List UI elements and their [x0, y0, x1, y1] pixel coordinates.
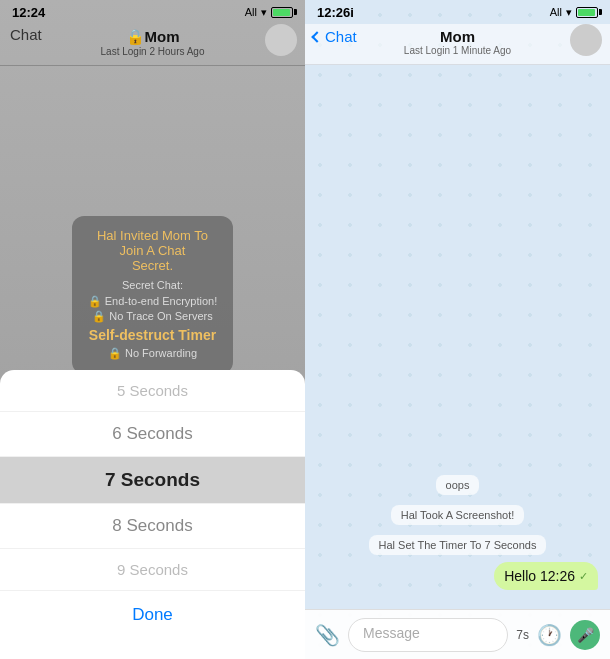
left-panel: 12:24 All ▾ Chat 🔒Mom Last Login 2 Hours… — [0, 0, 305, 659]
invite-title: Hal Invited Mom ToJoin A ChatSecret. — [88, 228, 218, 273]
right-header: Chat Mom Last Login 1 Minute Ago — [305, 24, 610, 65]
message-input[interactable]: Message — [348, 618, 508, 652]
picker-overlay: 5 Seconds 6 Seconds 7 Seconds 8 Seconds … — [0, 370, 305, 659]
left-chat-title: 🔒Mom — [0, 28, 305, 46]
clock-icon[interactable]: 🕐 — [537, 623, 562, 647]
system-msg-oops: oops — [436, 475, 480, 495]
right-panel: 12:26i All ▾ Chat Mom Last Login 1 Minut… — [305, 0, 610, 659]
left-network: All — [245, 6, 257, 18]
feature-encryption: 🔒 End-to-end Encryption! — [88, 295, 218, 308]
left-time: 12:24 — [12, 5, 45, 20]
feature-self-destruct: Self-destruct Timer — [88, 327, 218, 343]
invite-box: Hal Invited Mom ToJoin A ChatSecret. Sec… — [72, 216, 234, 374]
right-avatar — [570, 24, 602, 56]
picker-row-7[interactable]: 7 Seconds — [0, 457, 305, 504]
right-input-bar: 📎 Message 7s 🕐 🎤 — [305, 609, 610, 659]
attach-icon[interactable]: 📎 — [315, 623, 340, 647]
left-header: Chat 🔒Mom Last Login 2 Hours Ago — [0, 24, 305, 66]
left-status-bar: 12:24 All ▾ — [0, 0, 305, 24]
message-placeholder: Message — [363, 625, 420, 641]
system-msg-timer: Hal Set The Timer To 7 Seconds — [369, 535, 547, 555]
left-status-icons: All ▾ — [245, 6, 293, 19]
picker-row-5[interactable]: 5 Seconds — [0, 370, 305, 412]
secret-label: Secret Chat: — [88, 279, 218, 291]
left-chat-area: Hal Invited Mom ToJoin A ChatSecret. Sec… — [0, 206, 305, 384]
message-text: Hello 12:26 — [504, 568, 575, 584]
message-tick: ✓ — [579, 570, 588, 583]
right-chat-area: oops Hal Took A Screenshot! Hal Set The … — [305, 65, 610, 600]
right-status-icons: All ▾ — [550, 6, 598, 19]
right-chat-subtitle: Last Login 1 Minute Ago — [305, 45, 610, 56]
right-network: All — [550, 6, 562, 18]
right-time: 12:26i — [317, 5, 354, 20]
system-msg-screenshot: Hal Took A Screenshot! — [391, 505, 525, 525]
feature-no-trace: 🔒 No Trace On Servers — [88, 310, 218, 323]
right-battery-icon — [576, 7, 598, 18]
right-back-button[interactable]: Chat — [313, 28, 357, 45]
picker-row-9[interactable]: 9 Seconds — [0, 549, 305, 591]
left-avatar — [265, 24, 297, 56]
picker-row-6[interactable]: 6 Seconds — [0, 412, 305, 457]
outgoing-message: Hello 12:26 ✓ — [494, 562, 598, 590]
right-status-bar: 12:26i All ▾ — [305, 0, 610, 24]
picker-row-8[interactable]: 8 Seconds — [0, 504, 305, 549]
left-chat-subtitle: Last Login 2 Hours Ago — [0, 46, 305, 57]
mic-button[interactable]: 🎤 — [570, 620, 600, 650]
left-back-button[interactable]: Chat — [10, 26, 42, 43]
right-back-label: Chat — [325, 28, 357, 45]
chevron-left-icon — [311, 31, 322, 42]
feature-no-forward: 🔒 No Forwarding — [88, 347, 218, 360]
picker-done-button[interactable]: Done — [0, 591, 305, 639]
timer-badge[interactable]: 7s — [516, 628, 529, 642]
right-wifi-icon: ▾ — [566, 6, 572, 19]
left-battery-icon — [271, 7, 293, 18]
left-wifi-icon: ▾ — [261, 6, 267, 19]
